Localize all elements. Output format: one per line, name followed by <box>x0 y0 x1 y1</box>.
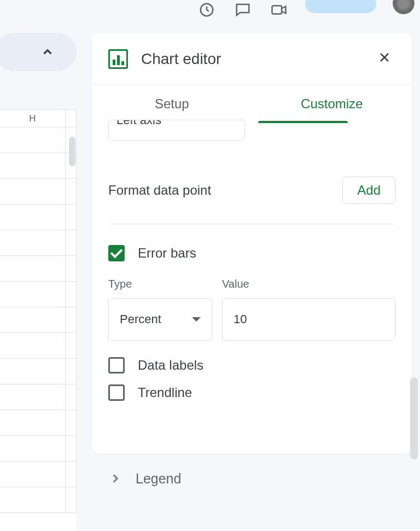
cell[interactable] <box>0 462 66 487</box>
cell[interactable] <box>0 256 66 281</box>
format-data-point-row: Format data point Add <box>108 177 395 224</box>
error-bars-row: Error bars <box>108 245 395 261</box>
cell[interactable] <box>0 436 66 461</box>
chart-editor-panel: Chart editor Setup Customize Left axis F… <box>92 33 412 454</box>
legend-section[interactable]: Legend <box>92 454 412 503</box>
value-input[interactable] <box>222 298 395 341</box>
panel-body: Left axis Format data point Add Error ba… <box>92 123 412 451</box>
cell[interactable] <box>0 487 66 512</box>
axis-dropdown[interactable]: Left axis <box>108 120 245 141</box>
cell[interactable] <box>0 282 66 307</box>
legend-label: Legend <box>136 471 181 487</box>
format-data-point-label: Format data point <box>108 183 211 198</box>
tab-setup[interactable]: Setup <box>92 85 252 123</box>
type-select-value: Percent <box>120 312 161 326</box>
top-toolbar <box>0 0 420 22</box>
scrollbar-thumb[interactable] <box>69 137 75 166</box>
chevron-right-icon <box>108 471 122 486</box>
tab-customize[interactable]: Customize <box>252 85 412 123</box>
cell[interactable] <box>0 127 66 153</box>
cell[interactable] <box>0 333 66 358</box>
column-header-h[interactable]: H <box>0 110 66 127</box>
scrollbar-thumb[interactable] <box>410 377 418 459</box>
error-bars-fields: Type Percent Value <box>108 278 395 341</box>
close-icon <box>378 51 391 64</box>
error-bars-label: Error bars <box>138 246 196 261</box>
cell[interactable] <box>0 153 66 178</box>
chart-icon <box>108 49 128 69</box>
data-labels-row: Data labels <box>108 357 395 374</box>
data-labels-label: Data labels <box>138 358 203 373</box>
value-label: Value <box>222 278 395 290</box>
panel-title: Chart editor <box>141 50 360 68</box>
type-select[interactable]: Percent <box>108 298 212 341</box>
cell[interactable] <box>0 307 66 332</box>
panel-header: Chart editor <box>92 33 412 85</box>
avatar[interactable] <box>393 0 415 14</box>
cell[interactable] <box>0 410 66 435</box>
axis-dropdown-value: Left axis <box>116 120 161 127</box>
trendline-label: Trendline <box>138 385 192 400</box>
cell[interactable] <box>0 384 66 410</box>
chevron-down-icon <box>192 317 201 322</box>
trendline-row: Trendline <box>108 384 395 401</box>
close-button[interactable] <box>374 48 395 70</box>
share-button[interactable] <box>305 0 376 13</box>
add-button[interactable]: Add <box>342 177 395 204</box>
history-icon[interactable] <box>197 0 217 20</box>
cell[interactable] <box>0 359 66 384</box>
collapse-panel-button[interactable] <box>0 33 77 71</box>
cell[interactable] <box>0 205 66 230</box>
error-bars-checkbox[interactable] <box>108 245 125 261</box>
spreadsheet-grid[interactable]: H <box>0 109 77 531</box>
svg-rect-1 <box>272 6 282 14</box>
tabs: Setup Customize <box>92 85 412 123</box>
chevron-up-icon <box>40 45 55 59</box>
comment-icon[interactable] <box>233 0 253 20</box>
type-label: Type <box>108 278 212 290</box>
video-icon[interactable] <box>269 0 289 20</box>
trendline-checkbox[interactable] <box>108 384 125 401</box>
data-labels-checkbox[interactable] <box>108 357 125 374</box>
cell[interactable] <box>0 179 66 204</box>
cell[interactable] <box>0 230 66 255</box>
